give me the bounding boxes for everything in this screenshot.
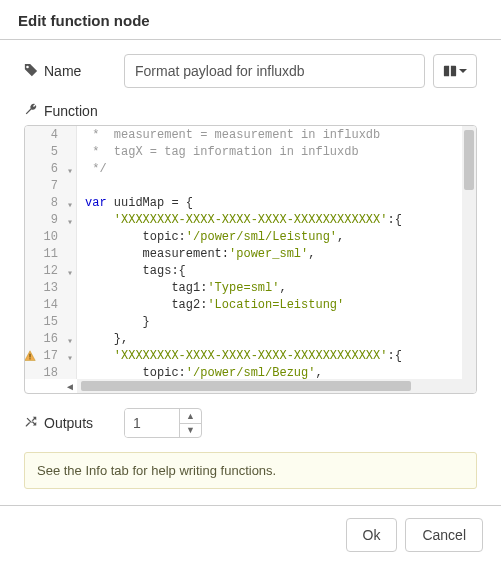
tag-icon [24, 63, 38, 80]
caret-down-icon [459, 67, 467, 75]
fold-toggle-icon[interactable]: ▾ [67, 214, 73, 231]
outputs-input[interactable] [125, 409, 179, 437]
wrench-icon [24, 102, 38, 119]
cancel-button[interactable]: Cancel [405, 518, 483, 552]
code-editor[interactable]: 456▾78▾9▾101112▾13141516▾17▾18 * measure… [24, 125, 477, 394]
book-icon [443, 64, 457, 78]
dialog-title: Edit function node [0, 0, 501, 40]
fold-toggle-icon[interactable]: ▾ [67, 350, 73, 367]
svg-rect-1 [29, 358, 30, 359]
outputs-label: Outputs [24, 415, 124, 432]
fold-toggle-icon[interactable]: ▾ [67, 265, 73, 282]
name-label-text: Name [44, 63, 81, 79]
function-label-text: Function [44, 103, 98, 119]
outputs-decrement[interactable]: ▼ [180, 424, 201, 438]
outputs-spinner[interactable]: ▲ ▼ [124, 408, 202, 438]
name-label: Name [24, 63, 124, 80]
svg-rect-0 [29, 354, 30, 358]
fold-toggle-icon[interactable]: ▾ [67, 163, 73, 180]
shuffle-icon [24, 415, 38, 432]
library-button[interactable] [433, 54, 477, 88]
scroll-left-icon[interactable]: ◄ [63, 379, 77, 393]
warning-icon [25, 350, 36, 362]
function-label: Function [24, 102, 124, 119]
fold-toggle-icon[interactable]: ▾ [67, 333, 73, 350]
ok-button[interactable]: Ok [346, 518, 398, 552]
vertical-scrollbar[interactable] [462, 126, 476, 379]
fold-toggle-icon[interactable]: ▾ [67, 197, 73, 214]
info-hint: See the Info tab for help writing functi… [24, 452, 477, 489]
outputs-label-text: Outputs [44, 415, 93, 431]
outputs-increment[interactable]: ▲ [180, 409, 201, 424]
hscroll-thumb[interactable] [81, 381, 411, 391]
horizontal-scrollbar[interactable]: ◄ ► [77, 379, 462, 393]
name-input[interactable] [124, 54, 425, 88]
